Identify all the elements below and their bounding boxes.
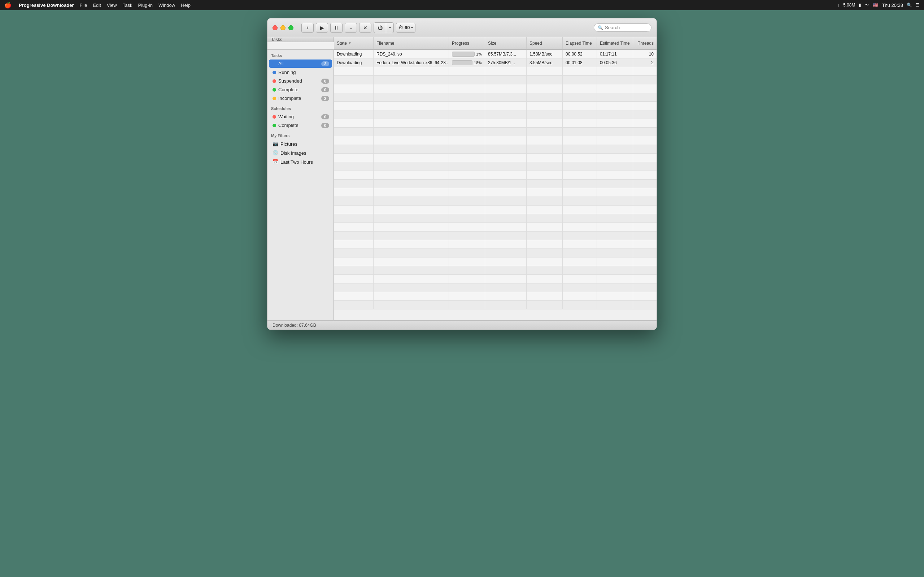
sidebar-item-incomplete[interactable]: Incomplete 2 (269, 94, 332, 102)
sidebar-item-suspended[interactable]: Suspended 0 (269, 77, 332, 85)
empty-cell (334, 206, 373, 214)
empty-cell (449, 258, 485, 266)
power-button[interactable]: ⏻ (374, 23, 386, 33)
empty-cell (597, 206, 633, 214)
sidebar-badge-complete-schedules: 0 (321, 123, 329, 128)
menu-edit[interactable]: Edit (93, 3, 101, 8)
empty-cell (334, 171, 373, 179)
minimize-button[interactable] (281, 25, 286, 30)
empty-cell (633, 145, 657, 153)
clock: Thu 20:28 (882, 3, 903, 8)
empty-cell (563, 258, 597, 266)
table-row-empty (334, 162, 657, 171)
empty-cell (527, 102, 563, 110)
wifi-icon: 〜 (865, 2, 869, 8)
progress-bar-bg (452, 60, 472, 65)
menu-file[interactable]: File (79, 3, 87, 8)
col-header-estimated[interactable]: Estimated Time (597, 37, 633, 49)
download-table: Downloading RDS_249.iso 1% 85.57MB/7.3..… (334, 50, 657, 320)
sidebar-item-label-complete-tasks: Complete (278, 87, 319, 92)
cell-speed: 3.55MB/sec (527, 58, 563, 67)
col-header-progress[interactable]: Progress (449, 37, 485, 49)
col-header-threads[interactable]: Threads (633, 37, 657, 49)
sidebar-item-label-all: All (278, 61, 319, 66)
empty-cell (485, 67, 527, 76)
play-button[interactable]: ▶ (316, 23, 328, 33)
maximize-button[interactable] (288, 25, 294, 30)
empty-cell (334, 119, 373, 127)
cell-elapsed: 00:01:08 (563, 58, 597, 67)
sidebar-item-complete-schedules[interactable]: Complete 0 (269, 121, 332, 129)
empty-cell (563, 162, 597, 171)
menu-task[interactable]: Task (123, 3, 132, 8)
empty-cell (563, 301, 597, 309)
table-row[interactable]: Downloading RDS_249.iso 1% 85.57MB/7.3..… (334, 50, 657, 58)
col-header-elapsed[interactable]: Elapsed Time (563, 37, 597, 49)
menu-view[interactable]: View (107, 3, 117, 8)
search-menubar-icon[interactable]: 🔍 (907, 3, 912, 8)
empty-cell (563, 128, 597, 136)
table-row[interactable]: Downloading Fedora-Live-Workstation-x86_… (334, 58, 657, 67)
downloaded-label: Downloaded: (273, 323, 298, 328)
col-header-filename[interactable]: Filename (373, 37, 449, 49)
list-button[interactable]: ≡ (345, 23, 357, 33)
timer-dropdown[interactable]: ▾ (411, 26, 413, 29)
search-input[interactable] (605, 25, 648, 30)
table-row-empty (334, 110, 657, 119)
running-dot-icon (273, 71, 276, 74)
empty-cell (449, 292, 485, 300)
empty-cell (563, 171, 597, 179)
list-menubar-icon[interactable]: ☰ (916, 3, 920, 8)
sidebar-item-waiting[interactable]: Waiting 0 (269, 113, 332, 121)
progress-text: 18% (474, 61, 482, 65)
search-box[interactable]: 🔍 (594, 23, 651, 32)
empty-cell (334, 240, 373, 248)
sidebar-badge-complete-tasks: 0 (321, 87, 329, 92)
sidebar-item-complete-tasks[interactable]: Complete 0 (269, 85, 332, 94)
empty-cell (633, 67, 657, 76)
col-header-speed[interactable]: Speed (527, 37, 563, 49)
empty-cell (334, 249, 373, 257)
empty-cell (527, 223, 563, 231)
power-dropdown[interactable]: ▾ (386, 23, 393, 33)
all-dot-icon (273, 62, 276, 66)
sidebar-item-pictures[interactable]: 📷 Pictures (269, 140, 332, 148)
empty-cell (485, 188, 527, 197)
sidebar-item-last-two-hours[interactable]: 📅 Last Two Hours (269, 158, 332, 166)
col-header-size[interactable]: Size (485, 37, 527, 49)
sidebar-item-disk-images[interactable]: 💿 Disk Images (269, 148, 332, 157)
empty-cell (373, 275, 449, 283)
empty-cell (563, 102, 597, 110)
menu-help[interactable]: Help (181, 3, 191, 8)
apple-menu-icon[interactable]: 🍎 (4, 2, 11, 9)
empty-cell (449, 249, 485, 257)
close-button[interactable] (273, 25, 278, 30)
empty-cell (527, 206, 563, 214)
table-row-empty (334, 180, 657, 188)
empty-cell (563, 249, 597, 257)
cell-size: 85.57MB/7.3... (485, 50, 527, 58)
empty-cell (563, 240, 597, 248)
power-button-group: ⏻ ▾ (373, 23, 394, 33)
col-header-state[interactable]: State ▼ (334, 37, 373, 49)
empty-cell (527, 93, 563, 102)
empty-cell (485, 171, 527, 179)
sidebar-item-all[interactable]: All 2 (269, 60, 332, 68)
remove-button[interactable]: ✕ (359, 23, 372, 33)
menu-plugin[interactable]: Plug-in (138, 3, 153, 8)
download-speed-icon: ↓ (837, 3, 840, 8)
empty-cell (373, 197, 449, 205)
sidebar-item-label-waiting: Waiting (278, 114, 319, 119)
sidebar-item-label-running: Running (278, 69, 329, 75)
empty-cell (527, 119, 563, 127)
empty-cell (527, 188, 563, 197)
pause-button[interactable]: ⏸ (330, 23, 342, 33)
add-button[interactable]: + (301, 23, 313, 33)
empty-cell (563, 284, 597, 292)
downloaded-value: 87.64GB (299, 323, 316, 328)
cell-size: 275.80MB/1... (485, 58, 527, 67)
empty-cell (527, 136, 563, 145)
table-row-empty (334, 136, 657, 145)
menu-window[interactable]: Window (158, 3, 175, 8)
sidebar-item-running[interactable]: Running (269, 68, 332, 76)
